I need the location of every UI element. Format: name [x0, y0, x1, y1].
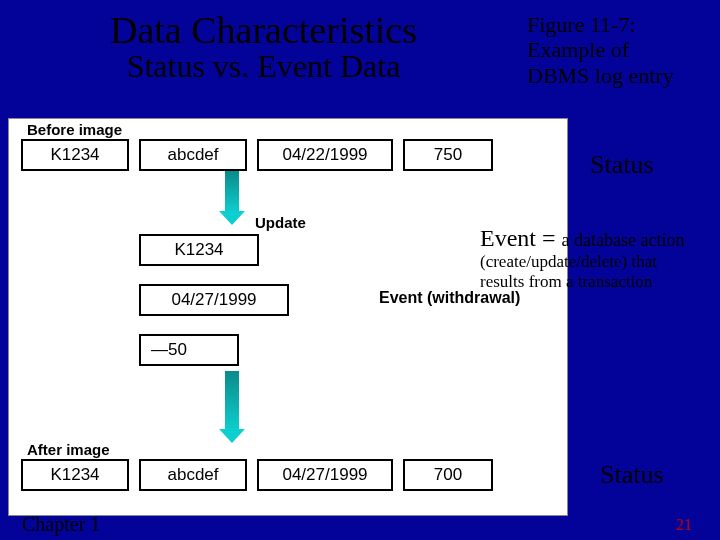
update-label: Update	[255, 214, 306, 231]
after-c1: K1234	[21, 459, 129, 491]
diagram-area: Before image K1234 abcdef 04/22/1999 750…	[8, 118, 568, 516]
event-rest1: (create/update/delete) that	[480, 252, 720, 272]
update-c1: K1234	[139, 234, 259, 266]
before-c2: abcdef	[139, 139, 247, 171]
figcap-line1: Figure 11-7:	[527, 12, 702, 37]
after-c3: 04/27/1999	[257, 459, 393, 491]
after-c4: 700	[403, 459, 493, 491]
figcap-line2: Example of	[527, 37, 702, 62]
update-c3: —50	[139, 334, 239, 366]
update-r1: K1234	[139, 234, 259, 266]
before-c3: 04/22/1999	[257, 139, 393, 171]
after-label: After image	[27, 441, 110, 458]
title-sub: Status vs. Event Data	[0, 48, 527, 85]
event-prefix: Event =	[480, 225, 562, 251]
event-rest2: results from a transaction	[480, 272, 720, 292]
before-row: K1234 abcdef 04/22/1999 750	[21, 139, 493, 171]
event-annotation: Event = a database action (create/update…	[480, 225, 720, 291]
status-label-1: Status	[590, 150, 654, 180]
before-label: Before image	[27, 121, 122, 138]
event-small: a database action	[562, 230, 685, 250]
status-label-2: Status	[600, 460, 664, 490]
figure-caption: Figure 11-7: Example of DBMS log entry	[527, 8, 702, 88]
figcap-line3: DBMS log entry	[527, 63, 702, 88]
event-line1: Event = a database action	[480, 225, 720, 252]
update-c2: 04/27/1999	[139, 284, 289, 316]
before-c1: K1234	[21, 139, 129, 171]
chapter-label: Chapter 1	[22, 513, 100, 536]
before-c4: 750	[403, 139, 493, 171]
after-row: K1234 abcdef 04/27/1999 700	[21, 459, 493, 491]
update-r2: 04/27/1999	[139, 284, 289, 316]
title-main: Data Characteristics	[0, 8, 527, 52]
update-r3: —50	[139, 334, 239, 366]
arrow-down-icon	[225, 371, 239, 431]
page-number: 21	[676, 516, 692, 534]
after-c2: abcdef	[139, 459, 247, 491]
arrow-down-icon	[225, 171, 239, 213]
event-withdrawal-label: Event (withdrawal)	[379, 289, 520, 307]
